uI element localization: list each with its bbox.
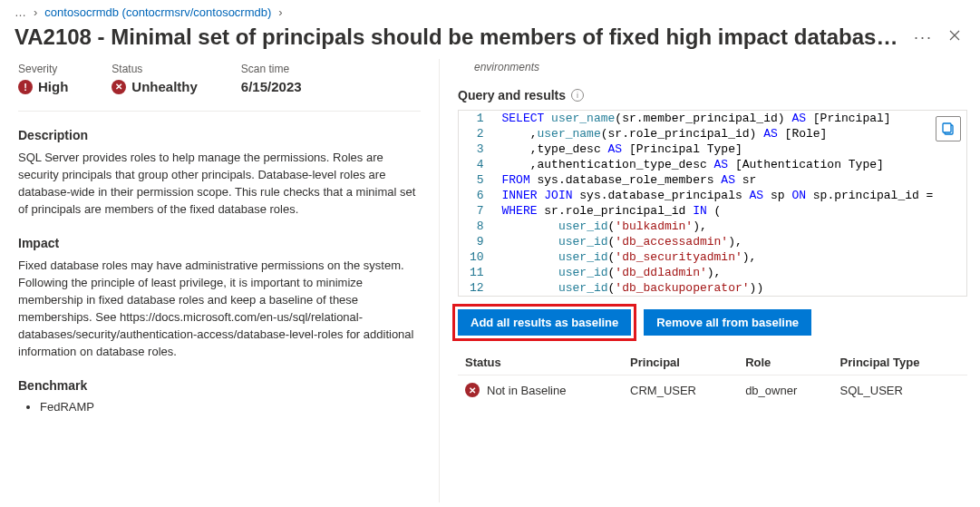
benchmark-item: FedRAMP (40, 400, 421, 414)
copy-button[interactable] (936, 116, 961, 141)
cell-ptype: SQL_USER (833, 375, 967, 405)
impact-body: Fixed database roles may have administra… (18, 258, 421, 360)
col-role[interactable]: Role (738, 350, 832, 375)
row-status-text: Not in Baseline (487, 384, 566, 397)
line-number: 11 (459, 265, 493, 280)
line-number: 9 (459, 234, 493, 249)
col-ptype[interactable]: Principal Type (833, 350, 967, 375)
severity-value: High (38, 79, 68, 94)
breadcrumb: … › contosocrmdb (contocrmsrv/contosocrm… (0, 0, 980, 21)
code-line: ,type_desc AS [Principal Type] (493, 141, 967, 157)
code-block: 1SELECT user_name(sr.member_principal_id… (458, 110, 967, 297)
scantime-label: Scan time (241, 63, 302, 75)
results-table: Status Principal Role Principal Type ✕No… (458, 350, 967, 405)
right-panel: environments Query and results i 1SELECT… (440, 59, 980, 502)
more-button[interactable]: ··· (914, 28, 933, 47)
line-number: 2 (459, 126, 493, 141)
cell-principal: CRM_USER (623, 375, 738, 405)
add-baseline-button[interactable]: Add all results as baseline (458, 309, 631, 336)
code-line: WHERE sr.role_principal_id IN ( (493, 203, 967, 219)
col-principal[interactable]: Principal (623, 350, 738, 375)
status-label: Status (112, 63, 198, 75)
unhealthy-icon: ✕ (112, 80, 126, 94)
severity-block: Severity ! High (18, 63, 68, 94)
line-number: 5 (459, 172, 493, 188)
line-number: 7 (459, 203, 493, 219)
description-heading: Description (18, 128, 421, 142)
benchmark-list: FedRAMP (18, 400, 421, 414)
description-body: SQL Server provides roles to help manage… (18, 150, 421, 218)
breadcrumb-sep-tail: › (278, 5, 282, 19)
remove-baseline-button[interactable]: Remove all from baseline (644, 309, 811, 336)
benchmark-heading: Benchmark (18, 378, 421, 393)
line-number: 4 (459, 157, 493, 172)
code-line: ,user_name(sr.role_principal_id) AS [Rol… (493, 126, 967, 141)
code-line: user_id('db_accessadmin'), (493, 234, 967, 249)
table-row[interactable]: ✕Not in BaselineCRM_USERdb_ownerSQL_USER (458, 375, 967, 405)
query-results-heading: Query and results (458, 88, 566, 102)
col-status[interactable]: Status (458, 350, 623, 375)
status-block: Status ✕ Unhealthy (112, 63, 198, 94)
cell-role: db_owner (738, 375, 832, 405)
close-button[interactable] (944, 28, 965, 47)
scantime-value: 6/15/2023 (241, 79, 302, 94)
left-panel: Severity ! High Status ✕ Unhealthy Scan … (0, 59, 440, 502)
line-number: 8 (459, 219, 493, 234)
titlebar: VA2108 - Minimal set of principals shoul… (0, 21, 980, 59)
line-number: 1 (459, 111, 493, 126)
code-line: user_id('bulkadmin'), (493, 219, 967, 234)
code-line: INNER JOIN sys.database_principals AS sp… (493, 188, 967, 203)
info-icon[interactable]: i (571, 89, 584, 102)
code-table: 1SELECT user_name(sr.member_principal_id… (459, 111, 966, 296)
page-title: VA2108 - Minimal set of principals shoul… (15, 24, 903, 50)
code-line: user_id('db_backupoperator')) (493, 280, 967, 296)
error-icon: ✕ (465, 383, 480, 397)
severity-label: Severity (18, 63, 68, 75)
breadcrumb-link[interactable]: contosocrmdb (contocrmsrv/contosocrmdb) (44, 5, 271, 19)
line-number: 10 (459, 249, 493, 265)
code-line: user_id('db_securityadmin'), (493, 249, 967, 265)
breadcrumb-ellipsis[interactable]: … (15, 5, 26, 19)
line-number: 3 (459, 141, 493, 157)
svg-rect-1 (943, 123, 951, 132)
code-line: SELECT user_name(sr.member_principal_id)… (493, 111, 967, 126)
severity-icon: ! (18, 80, 33, 94)
code-line: user_id('db_ddladmin'), (493, 265, 967, 280)
impact-heading: Impact (18, 236, 421, 250)
code-line: ,authentication_type_desc AS [Authentica… (493, 157, 967, 172)
environments-note: environments (458, 59, 967, 73)
scantime-block: Scan time 6/15/2023 (241, 63, 302, 94)
line-number: 6 (459, 188, 493, 203)
breadcrumb-sep: › (34, 5, 37, 19)
status-value: Unhealthy (131, 79, 198, 94)
line-number: 12 (459, 280, 493, 296)
code-line: FROM sys.database_role_members AS sr (493, 172, 967, 188)
